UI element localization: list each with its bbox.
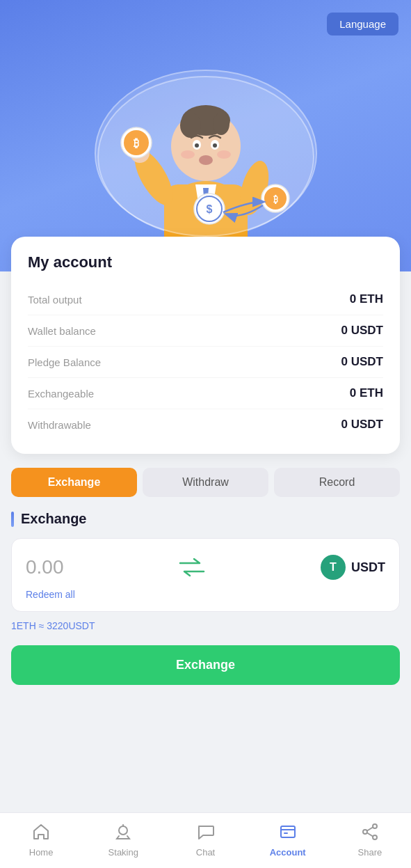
hero-illustration: ₿ $ ₿ xyxy=(88,49,324,251)
account-card-title: My account xyxy=(28,253,383,271)
nav-staking[interactable]: Staking xyxy=(82,813,164,868)
nav-share[interactable]: Share xyxy=(329,813,411,868)
pledge-balance-label: Pledge Balance xyxy=(28,356,101,368)
nav-staking-label: Staking xyxy=(108,847,138,858)
staking-icon xyxy=(114,823,132,844)
pledge-balance-value: 0 USDT xyxy=(341,355,383,369)
exchangeable-row: Exchangeable 0 ETH xyxy=(28,378,383,409)
withdrawable-row: Withdrawable 0 USDT xyxy=(28,409,383,440)
exchange-submit-button[interactable]: Exchange xyxy=(11,645,400,685)
usdt-badge: T USDT xyxy=(321,555,385,580)
svg-point-28 xyxy=(119,826,127,835)
nav-chat[interactable]: Chat xyxy=(164,813,246,868)
svg-line-36 xyxy=(367,828,373,831)
share-icon xyxy=(361,823,379,844)
nav-home[interactable]: Home xyxy=(0,813,82,868)
tab-record[interactable]: Record xyxy=(274,468,400,497)
usdt-label: USDT xyxy=(351,560,385,575)
exchange-input-box: 0.00 T USDT Redeem all xyxy=(11,538,400,612)
withdrawable-label: Withdrawable xyxy=(28,419,91,431)
tabs-container: Exchange Withdraw Record xyxy=(11,468,400,497)
swap-arrows-icon[interactable] xyxy=(177,553,207,582)
svg-point-33 xyxy=(373,824,377,828)
language-button[interactable]: Language xyxy=(327,13,398,35)
account-icon xyxy=(279,823,297,844)
account-card: My account Total output 0 ETH Wallet bal… xyxy=(11,237,400,454)
wallet-balance-value: 0 USDT xyxy=(341,324,383,338)
wallet-balance-row: Wallet balance 0 USDT xyxy=(28,315,383,347)
nav-account-label: Account xyxy=(270,847,306,858)
total-output-label: Total output xyxy=(28,294,82,306)
exchange-section-title: Exchange xyxy=(11,511,400,527)
exchange-section: Exchange 0.00 T USDT Redeem all 1ETH ≈ 3… xyxy=(11,511,400,706)
withdrawable-value: 0 USDT xyxy=(341,418,383,432)
total-output-value: 0 ETH xyxy=(350,292,383,306)
pledge-balance-row: Pledge Balance 0 USDT xyxy=(28,347,383,378)
wallet-balance-label: Wallet balance xyxy=(28,325,96,337)
home-icon xyxy=(32,823,50,844)
exchange-rate: 1ETH ≈ 3220USDT xyxy=(11,620,400,631)
chat-icon xyxy=(197,823,215,844)
redeem-all-button[interactable]: Redeem all xyxy=(26,589,385,600)
oval-ring xyxy=(95,70,317,237)
nav-home-label: Home xyxy=(29,847,54,858)
bottom-nav: Home Staking Chat Account xyxy=(0,812,411,868)
svg-rect-30 xyxy=(281,826,295,837)
svg-line-37 xyxy=(367,833,373,837)
tab-exchange[interactable]: Exchange xyxy=(11,468,137,497)
svg-point-35 xyxy=(373,835,377,839)
hero-section: Language xyxy=(0,0,411,271)
exchangeable-label: Exchangeable xyxy=(28,388,94,400)
exchange-amount[interactable]: 0.00 xyxy=(26,556,64,578)
total-output-row: Total output 0 ETH xyxy=(28,284,383,315)
exchange-title-text: Exchange xyxy=(21,511,86,527)
nav-chat-label: Chat xyxy=(196,847,215,858)
nav-account[interactable]: Account xyxy=(247,813,329,868)
svg-point-34 xyxy=(363,830,367,834)
usdt-icon: T xyxy=(321,555,346,580)
tab-withdraw[interactable]: Withdraw xyxy=(143,468,268,497)
exchange-input-row: 0.00 T USDT xyxy=(26,553,385,582)
nav-share-label: Share xyxy=(358,847,382,858)
exchangeable-value: 0 ETH xyxy=(350,386,383,400)
